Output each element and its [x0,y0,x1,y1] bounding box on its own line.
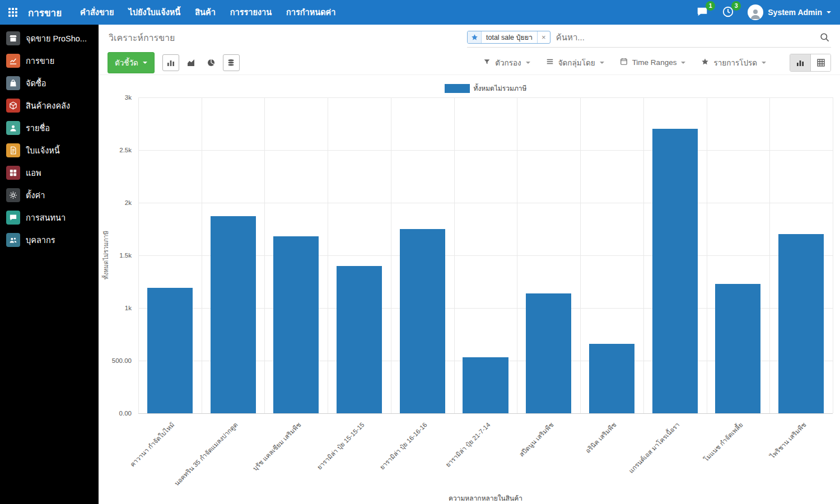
sidebar-item-3[interactable]: จัดซื้อ [0,72,99,94]
time-ranges-dropdown[interactable]: Time Ranges [620,58,686,67]
shop-icon [6,31,20,45]
y-tick-label: 1.5k [119,252,132,259]
caret-down-icon [143,62,147,64]
sidebar-item-6[interactable]: ใบแจ้งหนี้ [0,139,99,161]
bar-7[interactable] [526,293,571,413]
app-title[interactable]: การขาย [28,5,62,20]
activities-button[interactable]: 3 [722,6,735,19]
x-axis-title: ความหลากหลายในสินค้า [138,493,833,503]
bar-4[interactable] [337,266,382,413]
caret-down-icon [681,62,685,64]
area-chart-button[interactable] [183,54,199,71]
bar-6[interactable] [463,357,508,413]
filter-icon [483,58,491,67]
caret-down-icon [827,11,831,13]
bar-5[interactable] [400,229,445,413]
bar-10[interactable] [715,284,760,413]
top-menu-item-1[interactable]: คำสั่งขาย [73,0,121,25]
y-tick-label: 2k [125,199,132,206]
remove-facet-button[interactable]: × [537,31,550,43]
sidebar-item-8[interactable]: ตั้งค่า [0,184,99,206]
user-menu[interactable]: System Admin [748,4,831,20]
gear-icon [6,188,20,202]
breadcrumb: วิเคราะห์การขาย [109,31,175,45]
graph-view-button[interactable] [790,54,810,71]
chat-bubble-icon [6,211,20,225]
bar-9[interactable] [652,129,698,413]
top-menu-item-5[interactable]: การกำหนดค่า [279,0,343,25]
bar-2[interactable] [211,216,256,413]
measures-button-label: ตัวชี้วัด [115,57,138,69]
search-facet[interactable]: total sale ปุ๋ยยา × [467,31,550,44]
sidebar-item-label: สินค้าคงคลัง [26,99,70,112]
bar-3[interactable] [273,236,319,413]
apps-grid-icon [6,166,20,180]
x-axis-label: ยารามิล่า ปุ๋ย 16-16-16 [332,420,430,504]
caret-down-icon [600,62,604,64]
sidebar-item-9[interactable]: การสนทนา [0,206,99,228]
filters-dropdown[interactable]: ตัวกรอง [483,57,530,69]
sidebar-item-2[interactable]: การขาย [0,49,99,72]
x-axis-label: โมแนช กำจัดเพลี้ย [647,420,745,504]
messages-badge: 1 [706,1,715,11]
groupby-label: จัดกลุ่มโดย [558,57,595,69]
stacked-toggle-button[interactable] [223,54,240,71]
cube-icon [6,99,20,113]
control-panel-buttons: ตัวชี้วัด ตัวกรอง [99,50,840,75]
favorites-dropdown[interactable]: รายการโปรด [701,57,766,69]
y-axis-ticks: 0.00500.001k1.5k2k2.5k3k [99,97,135,413]
legend-label: ทั้งหมดไม่รวมภาษี [474,83,527,94]
user-name: System Admin [768,8,822,17]
horizontal-gridline [138,413,833,414]
horizontal-gridline [138,97,833,98]
bar-1[interactable] [147,288,193,413]
groupby-dropdown[interactable]: จัดกลุ่มโดย [546,57,604,69]
y-tick-label: 0.00 [119,410,132,417]
filters-label: ตัวกรอง [495,57,521,69]
apps-grid-icon[interactable] [0,0,26,25]
sidebar-item-5[interactable]: รายชื่อ [0,116,99,139]
top-menu-item-4[interactable]: การรายงาน [223,0,279,25]
clock-icon [722,10,734,20]
calendar-icon [620,58,628,67]
star-icon [468,31,482,43]
sidebar-item-4[interactable]: สินค้าคงคลัง [0,94,99,116]
horizontal-gridline [138,203,833,203]
sidebar-item-1[interactable]: จุดขาย ProSho... [0,27,99,49]
search-icon[interactable] [819,32,830,43]
sidebar-item-10[interactable]: บุคลากร [0,228,99,251]
x-axis-label: สปีดนูน เสริมพืช [458,420,556,504]
top-menu: คำสั่งขายไปยังใบแจ้งหนี้สินค้าการรายงานก… [73,0,343,25]
sidebar-item-label: การสนทนา [26,211,66,224]
sidebar-item-7[interactable]: แอพ [0,161,99,184]
pie-chart-button[interactable] [203,54,220,71]
sidebar-item-label: การขาย [26,54,54,67]
bar-chart-button[interactable] [162,54,179,71]
x-axis-label: บุรัช แคลเซียม เสริมพืช [205,420,303,504]
sidebar-item-label: แอพ [26,166,41,179]
search-input[interactable] [550,32,819,42]
x-axis-label: ไพริชาน เสริมพืช [710,420,808,504]
activities-badge: 3 [731,1,741,11]
top-menu-item-3[interactable]: สินค้า [188,0,223,25]
top-menu-item-2[interactable]: ไปยังใบแจ้งหนี้ [121,0,188,25]
list-icon [546,58,554,67]
x-axis-label: อรินิค เสริมพืช [521,420,619,504]
x-axis-label: ยารามิล่า ปุ๋ย 21-7-14 [394,420,492,504]
messages-button[interactable]: 1 [696,6,710,19]
main-content: วิเคราะห์การขาย total sale ปุ๋ยยา × ตัวช… [99,25,840,504]
avatar [748,4,763,20]
star-icon [701,58,709,67]
chart-legend[interactable]: ทั้งหมดไม่รวมภาษี [138,83,833,94]
plot-area [138,97,833,413]
person-icon [6,121,20,135]
legend-swatch [445,84,470,93]
pivot-view-button[interactable] [810,54,830,71]
bar-11[interactable] [778,234,824,413]
y-tick-label: 1k [125,305,132,311]
bar-8[interactable] [589,344,634,413]
search-options: ตัวกรอง จัดกลุ่มโดย Time Ranges รายการโป… [483,54,831,72]
control-panel-top: วิเคราะห์การขาย total sale ปุ๋ยยา × [99,25,840,50]
x-axis-label: ยารามิล่า ปุ๋ย 15-15-15 [268,420,366,504]
measures-button[interactable]: ตัวชี้วัด [108,52,155,73]
